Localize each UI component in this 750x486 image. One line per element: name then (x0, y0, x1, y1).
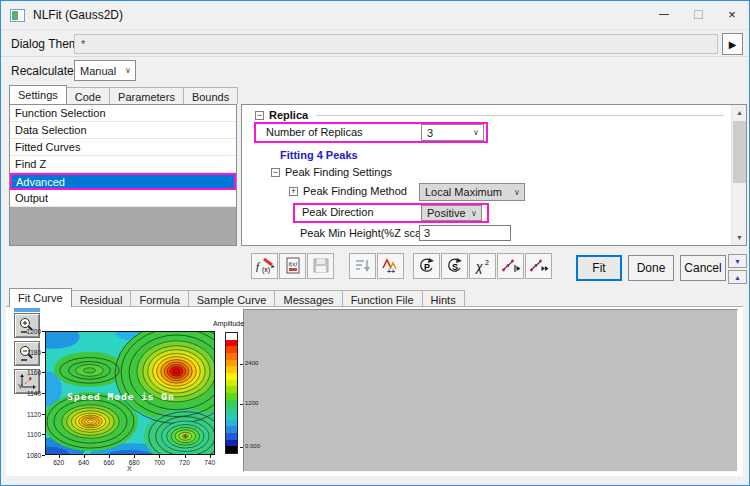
edit-function-button[interactable]: f (x) (251, 253, 278, 279)
y-tick-mark (42, 372, 45, 373)
peak-direction-combo[interactable]: Positive ∨ (421, 205, 482, 221)
tab-messages[interactable]: Messages (274, 290, 342, 307)
minimize-button[interactable] (647, 1, 681, 28)
speed-mode-watermark: Speed Mode is On (51, 391, 191, 402)
close-button[interactable]: × (715, 1, 749, 28)
svg-text:P: P (424, 262, 430, 272)
x-tick-mark (59, 455, 60, 458)
revert-parameters-button[interactable]: P (413, 253, 440, 279)
minimize-icon (659, 14, 669, 15)
partial-row-label: Replicate Smooth# Parameters (300, 243, 453, 246)
tab-settings[interactable]: Settings (9, 85, 67, 104)
scroll-down-icon[interactable]: ▼ (732, 230, 747, 245)
expand-icon[interactable]: + (289, 187, 298, 196)
x-tick-mark (134, 455, 135, 458)
scroll-up-icon[interactable]: ▲ (732, 105, 747, 120)
one-iteration-button[interactable] (497, 253, 524, 279)
tab-bounds[interactable]: Bounds (183, 87, 238, 104)
roll-up-button[interactable]: ▲ (728, 270, 747, 284)
y-tick-label: 1100 (15, 431, 41, 438)
roll-down-button[interactable]: ▼ (728, 254, 747, 268)
y-tick-label: 1120 (15, 411, 41, 418)
save-theme-button[interactable] (307, 253, 334, 279)
dialog-theme-row: Dialog Theme * ▶ (1, 29, 749, 57)
tab-fit-curve[interactable]: Fit Curve (9, 288, 72, 307)
peak-direction-highlight: Peak Direction Positive ∨ (293, 203, 489, 223)
sort-parameters-button[interactable] (349, 253, 376, 279)
x-tick-label: 640 (72, 459, 96, 466)
nav-item-data-selection[interactable]: Data Selection (10, 122, 236, 139)
nav-item-find-z[interactable]: Find Z (10, 156, 236, 173)
close-icon: × (728, 7, 736, 22)
peak-min-height-input[interactable]: 3 (419, 225, 511, 241)
number-of-replicas-combo[interactable]: 3 ∨ (421, 124, 484, 141)
colorbar-segment (226, 340, 237, 347)
x-axis-title: X (127, 465, 132, 472)
initialize-parameters-button[interactable]: ++ (377, 253, 404, 279)
colorbar-segment (226, 446, 237, 453)
title-bar[interactable]: NLFit (Gauss2D) × (1, 1, 749, 29)
svg-text:++: ++ (387, 268, 395, 275)
colorbar-segment (226, 426, 237, 433)
fit-until-converged-button[interactable] (525, 253, 552, 279)
tab-code[interactable]: Code (66, 87, 110, 104)
find-peaks-icon: ++ (381, 257, 401, 275)
theme-flyout-button[interactable]: ▶ (722, 33, 743, 55)
maximize-button[interactable] (681, 1, 715, 28)
x-tick-label: 720 (173, 459, 197, 466)
chevron-down-icon: ∨ (121, 66, 135, 75)
recalculate-combo[interactable]: Manual ∨ (74, 60, 136, 81)
preview-empty-area (243, 309, 738, 472)
function-file-button[interactable]: f(x) (279, 253, 306, 279)
tab-sample-curve[interactable]: Sample Curve (188, 290, 276, 307)
colorbar-segment (226, 433, 237, 440)
y-tick-label: 1080 (15, 452, 41, 459)
peak-direction-value: Positive (422, 207, 467, 219)
x-tick-mark (84, 455, 85, 458)
peak-finding-method-combo[interactable]: Local Maximum ∨ (419, 183, 525, 201)
peak-direction-label: Peak Direction (302, 206, 374, 218)
nav-item-advanced[interactable]: Advanced (10, 173, 236, 190)
colorbar-segment (226, 440, 237, 447)
svg-text:f(x): f(x) (288, 261, 297, 267)
x-tick-mark (109, 455, 110, 458)
y-tick-label: 1140 (15, 390, 41, 397)
peak-min-height-label: Peak Min Height(%Z scale) (300, 227, 433, 239)
nav-item-function-selection[interactable]: Function Selection (10, 105, 236, 122)
scrollbar-thumb[interactable] (733, 121, 746, 183)
save-icon (311, 257, 331, 275)
svg-text:χ: χ (475, 260, 483, 274)
nav-item-output[interactable]: Output (10, 190, 236, 207)
y-tick-mark (42, 331, 45, 332)
tab-function-file[interactable]: Function File (342, 290, 423, 307)
tab-hints[interactable]: Hints (422, 290, 465, 307)
peak-finding-method-label: Peak Finding Method (303, 185, 407, 197)
y-axis-title: Y (18, 383, 23, 390)
maximize-icon (694, 10, 703, 19)
colorbar-segment (226, 380, 237, 387)
svg-text:2: 2 (485, 259, 489, 266)
chi-sqr-button[interactable]: χ 2 (469, 253, 496, 279)
collapse-icon[interactable]: − (271, 168, 280, 177)
tab-parameters[interactable]: Parameters (109, 87, 184, 104)
undo-p-icon: P (417, 257, 437, 275)
done-button[interactable]: Done (628, 255, 674, 281)
nav-item-fitted-curves[interactable]: Fitted Curves (10, 139, 236, 156)
cancel-button[interactable]: Cancel (680, 255, 726, 281)
colorbar-tick-label: 0.000 (245, 443, 260, 449)
settings-nav-list: Function Selection Data Selection Fitted… (9, 104, 237, 246)
number-of-replicas-label: Number of Replicas (266, 126, 363, 138)
dialog-theme-field[interactable]: * (74, 34, 718, 54)
collapse-icon[interactable]: − (255, 111, 264, 120)
colorbar-tick-mark (240, 364, 243, 365)
tab-formula[interactable]: Formula (130, 290, 188, 307)
triangle-up-icon: ▲ (734, 274, 741, 281)
y-tick-mark (42, 352, 45, 353)
tab-residual[interactable]: Residual (71, 290, 132, 307)
fit-button[interactable]: Fit (576, 255, 622, 281)
recalculate-value: Manual (75, 65, 121, 77)
x-tick-mark (159, 455, 160, 458)
reset-parameters-button[interactable]: S (441, 253, 468, 279)
settings-scrollbar[interactable]: ▲ ▼ (731, 105, 746, 245)
recalculate-label: Recalculate (11, 64, 74, 78)
